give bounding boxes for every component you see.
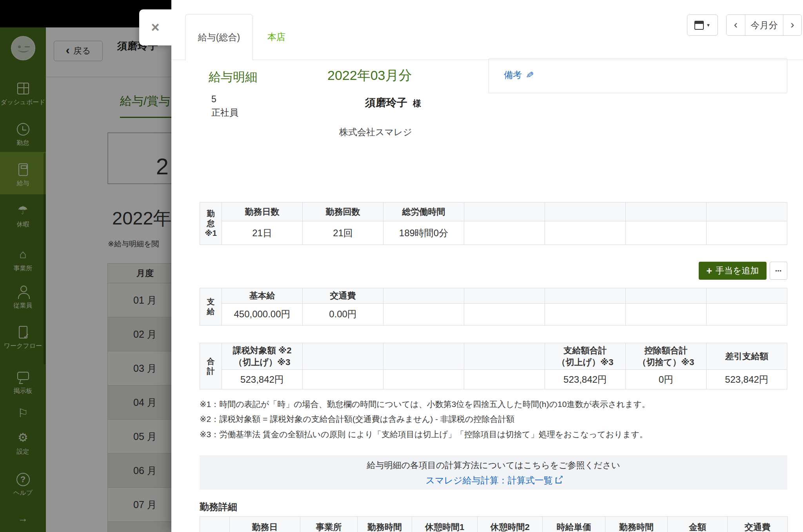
remarks-label: 備考 xyxy=(504,69,522,81)
column-header xyxy=(707,203,787,221)
cell-value: 0.00円 xyxy=(303,303,383,325)
cell-value xyxy=(545,303,626,325)
add-allowance-button[interactable]: + 手当を追加 xyxy=(699,262,767,280)
footnote: ※3：労働基準法 賃金の全額払いの原則 により「支給項目は切上げ」「控除項目は切… xyxy=(200,429,787,440)
cell-value: 523,842円 xyxy=(222,370,303,389)
footnotes: ※1：時間の表記が「時」の場合、勤怠欄の時間については、小数第3位を四捨五入した… xyxy=(200,399,787,444)
employee-name-text: 須磨玲子 xyxy=(365,97,407,109)
column-header: 事業所 xyxy=(300,517,358,532)
column-header: 休憩時間2 xyxy=(478,517,543,532)
column-header xyxy=(464,288,545,304)
cell-value xyxy=(707,303,787,325)
column-header xyxy=(464,343,545,370)
cell-value: 21回 xyxy=(303,221,383,245)
screen: ダッシュボード勤怠給与☂休暇⌂事業所従業員ワークフロー掲示板⚐⚙設定?ヘルプ→ … xyxy=(0,0,803,532)
column-header xyxy=(200,517,230,532)
remarks-box: 備考 ✎ xyxy=(489,58,787,93)
cell-value xyxy=(545,221,626,245)
column-header xyxy=(626,288,707,304)
caret-down-icon: ▼ xyxy=(706,23,710,27)
remarks-edit-link[interactable]: 備考 ✎ xyxy=(504,69,534,81)
external-link-icon xyxy=(556,478,561,483)
payslip-period: 2022年03月分 xyxy=(327,67,412,85)
column-header: 勤務日数 xyxy=(222,203,303,221)
modal-header: 給与(総合) 本店 ▼ ‹ 今月分 › xyxy=(171,0,803,60)
close-button[interactable]: × xyxy=(139,9,171,45)
cell-value: 21日 xyxy=(222,221,303,245)
work-detail-heading: 勤務詳細 xyxy=(200,501,237,513)
column-header: 勤務時間 xyxy=(358,517,412,532)
column-header: 総労働時間 xyxy=(383,203,464,221)
cell-value xyxy=(626,221,707,245)
pencil-icon: ✎ xyxy=(525,69,534,81)
table-group-label: 合計 xyxy=(200,343,222,389)
cell-value xyxy=(383,303,464,325)
column-header: 休憩時間1 xyxy=(412,517,478,532)
more-options-button[interactable]: ••• xyxy=(770,262,787,280)
current-month-button[interactable]: 今月分 xyxy=(745,15,783,35)
cell-value: 450,000.00円 xyxy=(222,303,303,325)
ellipsis-icon: ••• xyxy=(775,268,782,274)
info-box: 給与明細の各項目の計算方法についてはこちらをご参照ください スマレジ給与計算：計… xyxy=(200,455,787,490)
cell-value xyxy=(626,303,707,325)
column-header: 勤務回数 xyxy=(303,203,383,221)
cell-value xyxy=(464,221,545,245)
payment-table: 支給基本給交通費450,000.00円0.00円 xyxy=(200,288,787,326)
column-header xyxy=(545,288,626,304)
plus-icon: + xyxy=(706,266,712,276)
column-header: 差引支給額 xyxy=(707,343,787,370)
employment-type: 正社員 xyxy=(211,107,238,119)
cell-value: 523,842円 xyxy=(545,370,626,389)
month-nav-group: ‹ 今月分 › xyxy=(726,14,802,36)
footnote: ※1：時間の表記が「時」の場合、勤怠欄の時間については、小数第3位を四捨五入した… xyxy=(200,399,787,410)
cell-value: 0円 xyxy=(626,370,707,389)
total-table: 合計課税対象額 ※2 （切上げ）※3支給額合計 （切上げ）※3控除額合計 （切捨… xyxy=(200,343,787,389)
column-header: 交通費 xyxy=(728,517,788,532)
calendar-button[interactable]: ▼ xyxy=(687,14,718,36)
column-header xyxy=(383,343,464,370)
column-header: 金額 xyxy=(668,517,728,532)
calendar-icon xyxy=(694,21,704,30)
cell-value xyxy=(383,370,464,389)
attendance-table: 勤怠※1勤務日数勤務回数総労働時間21日21回189時間0分 xyxy=(200,202,787,245)
tab-salary-general[interactable]: 給与(総合) xyxy=(185,14,253,60)
payslip-modal: × 給与(総合) 本店 ▼ ‹ 今月分 › 給与明細 2022年03月分 5 正… xyxy=(171,0,803,532)
column-header: 控除額合計 （切捨て）※3 xyxy=(626,343,707,370)
employee-name: 須磨玲子様 xyxy=(365,96,421,110)
cell-value: 189時間0分 xyxy=(383,221,464,245)
employee-number: 5 xyxy=(211,94,216,105)
column-header xyxy=(383,288,464,304)
column-header: 勤務日 xyxy=(230,517,300,532)
payslip-title: 給与明細 xyxy=(209,69,257,85)
column-header xyxy=(707,288,787,304)
cell-value xyxy=(464,370,545,389)
calculation-formula-link[interactable]: スマレジ給与計算：計算式一覧 xyxy=(425,474,561,487)
column-header: 支給額合計 （切上げ）※3 xyxy=(545,343,626,370)
cell-value xyxy=(303,370,383,389)
work-detail-table: 勤務日事業所勤務時間休憩時間1休憩時間2時給単価勤務時間金額交通費 xyxy=(200,516,788,532)
column-header xyxy=(303,343,383,370)
column-header: 課税対象額 ※2 （切上げ）※3 xyxy=(222,343,303,370)
close-icon: × xyxy=(151,19,159,35)
prev-month-button[interactable]: ‹ xyxy=(727,15,745,35)
table-group-label: 勤怠※1 xyxy=(200,203,222,245)
cell-value xyxy=(464,303,545,325)
footnote: ※2：課税対象額 = 課税対象の支給合計額(交通費は含みません) - 非課税の控… xyxy=(200,414,787,425)
tab-main-store[interactable]: 本店 xyxy=(257,14,296,60)
honorific: 様 xyxy=(413,99,421,108)
table-group-label: 支給 xyxy=(200,288,222,326)
company-name: 株式会社スマレジ xyxy=(339,126,412,138)
next-month-button[interactable]: › xyxy=(783,15,801,35)
column-header: 勤務時間 xyxy=(605,517,668,532)
column-header: 基本給 xyxy=(222,288,303,304)
cell-value: 523,842円 xyxy=(707,370,787,389)
column-header xyxy=(626,203,707,221)
cell-value xyxy=(707,221,787,245)
column-header xyxy=(464,203,545,221)
calculation-formula-link-label: スマレジ給与計算：計算式一覧 xyxy=(425,474,552,487)
add-allowance-label: 手当を追加 xyxy=(716,265,759,277)
column-header: 交通費 xyxy=(303,288,383,304)
column-header xyxy=(545,203,626,221)
column-header: 時給単価 xyxy=(543,517,605,532)
info-text: 給与明細の各項目の計算方法についてはこちらをご参照ください xyxy=(200,460,787,471)
